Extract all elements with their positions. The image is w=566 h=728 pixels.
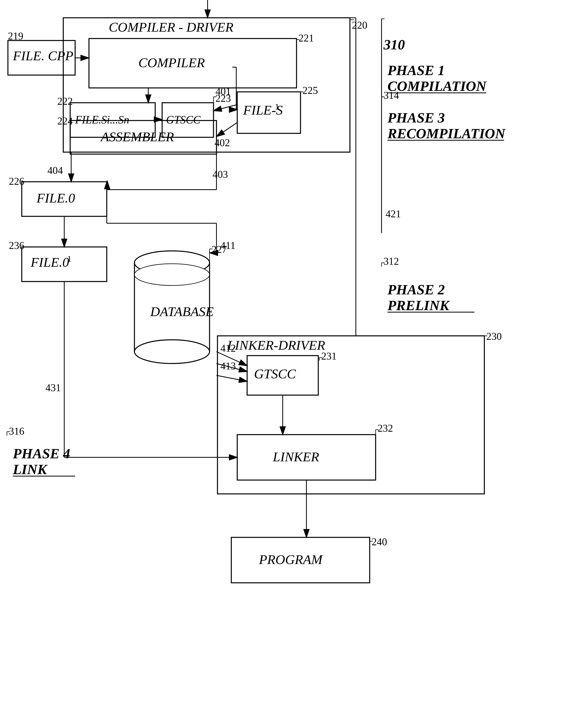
ref-401: 401 — [215, 86, 231, 97]
ref-230: 230 — [486, 331, 502, 342]
linker-driver-box — [217, 336, 484, 494]
file-si-sn-label: FILE.Si...Sn — [75, 114, 129, 126]
file-0-label: FILE.0 — [36, 190, 75, 205]
ref-232: 232 — [378, 423, 393, 434]
ref-421: 421 — [386, 208, 401, 219]
phase1-label-line2: COMPILATION — [388, 78, 487, 94]
diagram-svg: .label { font-family: 'Times New Roman',… — [0, 0, 566, 728]
phase2-label-line1: PHASE 2 — [387, 282, 445, 298]
ref-404: 404 — [47, 165, 63, 176]
compiler-driver-label: COMPILER - DRIVER — [109, 20, 233, 35]
database-mid — [134, 264, 209, 285]
ref-222: 222 — [57, 96, 73, 107]
assembler-label: ASSEMBLER — [100, 129, 174, 144]
ref-431: 431 — [45, 382, 61, 393]
ref-316-num: 316 — [9, 426, 24, 437]
ref-314: 314 — [384, 90, 399, 101]
arrow-files1-assembler-402 — [217, 122, 237, 136]
ref-413: 413 — [220, 360, 236, 372]
ref-411: 411 — [220, 240, 235, 251]
file-s1-sup: 1 — [275, 102, 279, 112]
ref-240: 240 — [372, 536, 387, 547]
compiler-label: COMPILER — [138, 55, 205, 70]
ref-403: 403 — [212, 169, 228, 180]
ref-402: 402 — [214, 137, 230, 148]
gtscc-link-label: GTSCC — [254, 366, 296, 381]
phase2-label-line2: PRELINK — [387, 298, 450, 313]
diagram-container: .label { font-family: 'Times New Roman',… — [0, 0, 566, 728]
phase1-label-line1: PHASE 1 — [387, 62, 445, 78]
file-01-label: FILE.0 — [30, 255, 69, 270]
program-label: PROGRAM — [259, 552, 323, 567]
ref-412: 412 — [220, 343, 236, 354]
ref-236: 236 — [9, 240, 24, 251]
file-01-sup: 1 — [67, 254, 72, 264]
ref-312: 312 — [384, 256, 399, 267]
arrow-db-gtscc-3 — [216, 375, 247, 381]
ref-224: 224 — [57, 115, 73, 127]
ref-226: 226 — [9, 176, 24, 187]
database-label: DATABASE — [150, 304, 214, 319]
phase3-label-line1: PHASE 3 — [387, 110, 445, 126]
ref-225: 225 — [303, 85, 318, 96]
phase1-ref: 310 — [383, 37, 405, 53]
database-bottom — [134, 340, 209, 364]
ref-220: 220 — [352, 20, 367, 31]
arrow-files1-gtscc-401 — [214, 105, 237, 111]
ref-219: 219 — [8, 30, 23, 42]
ref-221: 221 — [299, 32, 314, 44]
gtscc-top-label: GTSCC — [166, 114, 201, 126]
linker-label: LINKER — [272, 449, 319, 464]
file-cpp-label: FILE. CPP — [13, 48, 73, 63]
phase4-label-line1: PHASE 4 — [13, 446, 70, 461]
phase4-label-line2: LINK — [13, 461, 48, 477]
ref-231: 231 — [321, 350, 337, 362]
phase3-label-line2: RECOMPILATION — [387, 126, 506, 141]
linker-driver-label: LINKER-DRIVER — [227, 338, 325, 353]
